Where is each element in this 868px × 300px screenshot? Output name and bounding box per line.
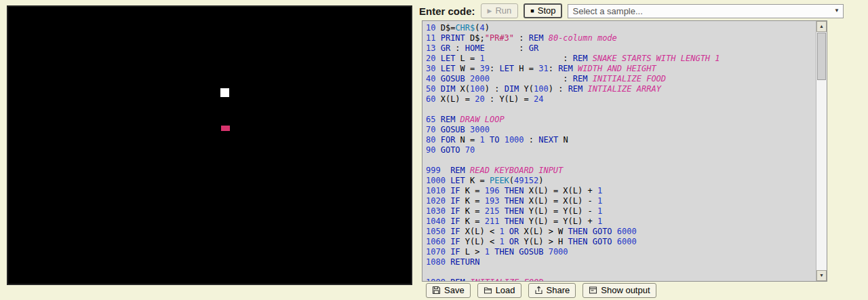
- scroll-down-button[interactable]: ▼: [816, 270, 827, 281]
- actions-bar: Save Load Share Show outpu: [426, 283, 656, 298]
- code-line: 1080 RETURN: [426, 257, 816, 267]
- code-line: 50 DIM X(100) : DIM Y(100) : REM INTIALI…: [426, 84, 816, 94]
- code-line: 999 REM READ KEYBOARD INPUT: [426, 166, 816, 176]
- folder-icon: [484, 286, 492, 295]
- run-button-label: Run: [495, 5, 511, 16]
- sample-select-wrap: Select a sample... ▼: [568, 4, 844, 18]
- code-line: 30 LET W = 39: LET H = 31: REM WIDTH AND…: [426, 64, 816, 74]
- share-button[interactable]: Share: [528, 283, 576, 298]
- sample-select[interactable]: Select a sample...: [568, 4, 844, 18]
- code-line: 20 LET L = 1 : REM SNAKE STARTS WITH LEN…: [426, 54, 816, 64]
- code-line: [426, 105, 816, 115]
- save-button[interactable]: Save: [426, 283, 471, 298]
- code-line: 60 X(L) = 20 : Y(L) = 24: [426, 94, 816, 105]
- toolbar: Enter code: ▶ Run ■ Stop Select a sample…: [419, 3, 844, 19]
- code-line: 1030 IF K = 215 THEN Y(L) = Y(L) - 1: [426, 206, 816, 217]
- code-line: 11 PRINT D$;"PR#3" : REM 80-column mode: [426, 33, 816, 43]
- code-line: 40 GOSUB 2000 : REM INITIALIZE FOOD: [426, 74, 816, 84]
- code-line: 90 GOTO 70: [426, 145, 816, 155]
- code-line: [426, 267, 816, 278]
- code-line: 1070 IF L > 1 THEN GOSUB 7000: [426, 247, 816, 257]
- load-button[interactable]: Load: [477, 283, 521, 298]
- emulator-screen[interactable]: [8, 7, 411, 284]
- code-line: [426, 155, 816, 166]
- show-output-button[interactable]: Show output: [583, 283, 656, 298]
- scroll-up-button[interactable]: ▲: [816, 21, 827, 32]
- save-button-label: Save: [444, 285, 465, 295]
- emulator-display: [7, 5, 412, 285]
- floppy-disk-icon: [432, 286, 441, 295]
- snake-pixel: [220, 88, 229, 97]
- food-pixel: [221, 126, 230, 131]
- code-line: 1000 LET K = PEEK(49152): [426, 176, 816, 186]
- code-line: 1020 IF K = 193 THEN X(L) = X(L) - 1: [426, 196, 816, 206]
- stop-button[interactable]: ■ Stop: [524, 3, 562, 18]
- scrollbar[interactable]: ▲ ▼: [816, 21, 827, 281]
- share-icon: [534, 286, 543, 295]
- code-line: 1060 IF Y(L) < 1 OR Y(L) > H THEN GOTO 6…: [426, 237, 816, 247]
- code-line: 1010 IF K = 196 THEN X(L) = X(L) + 1: [426, 186, 816, 196]
- code-line: 80 FOR N = 1 TO 1000 : NEXT N: [426, 135, 816, 145]
- code-line: 70 GOSUB 3000: [426, 125, 816, 135]
- code-line: 1999 REM INITIALIZE FOOD: [426, 278, 816, 281]
- share-button-label: Share: [547, 285, 570, 295]
- code-line: 65 REM DRAW LOOP: [426, 115, 816, 125]
- code-line: 1040 IF K = 211 THEN Y(L) = Y(L) + 1: [426, 217, 816, 227]
- load-button-label: Load: [496, 285, 515, 295]
- play-icon: ▶: [488, 7, 492, 14]
- scrollbar-thumb[interactable]: [817, 33, 826, 80]
- output-window-icon: [589, 286, 597, 295]
- enter-code-label: Enter code:: [419, 5, 475, 17]
- code-lines[interactable]: 10 D$=CHR$(4)11 PRINT D$;"PR#3" : REM 80…: [422, 21, 816, 281]
- show-output-button-label: Show output: [601, 285, 650, 295]
- code-editor: 10 D$=CHR$(4)11 PRINT D$;"PR#3" : REM 80…: [422, 20, 827, 282]
- code-line: 10 D$=CHR$(4): [426, 23, 816, 33]
- stop-icon: ■: [530, 7, 534, 14]
- code-line: 13 GR : HOME : GR: [426, 43, 816, 54]
- stop-button-label: Stop: [538, 5, 556, 16]
- code-line: 1050 IF X(L) < 1 OR X(L) > W THEN GOTO 6…: [426, 227, 816, 237]
- run-button[interactable]: ▶ Run: [481, 3, 519, 18]
